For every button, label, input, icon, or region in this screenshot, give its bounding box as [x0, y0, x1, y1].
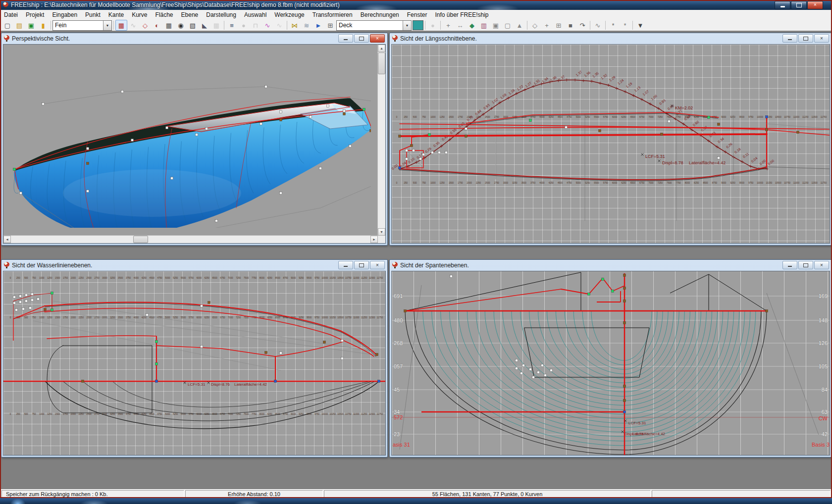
menu-item-kurve[interactable]: Kurve — [128, 10, 151, 19]
open-file-icon[interactable]: ▤ — [13, 20, 25, 31]
viewport-restore-icon[interactable] — [354, 34, 369, 43]
svg-text:7500: 7500 — [667, 182, 672, 184]
marker-pen-icon[interactable]: ▼ — [634, 20, 646, 31]
unlock-all-points-icon[interactable]: ▲ — [514, 20, 525, 31]
svg-text:7250: 7250 — [236, 316, 241, 319]
viewport-minimize-icon[interactable] — [782, 261, 797, 269]
curvature-curves-icon[interactable]: ∿ — [273, 20, 285, 31]
menu-item-ebene[interactable]: Ebene — [177, 10, 203, 19]
vertical-scrollbar[interactable]: ▲▼ — [377, 45, 385, 236]
svg-text:250: 250 — [16, 413, 20, 415]
window-maximize-icon[interactable] — [791, 1, 807, 9]
viewport-minimize-icon[interactable] — [782, 34, 797, 43]
gauss-curvature-icon[interactable]: ◐ — [151, 20, 163, 31]
menu-item-info-über-free-ship[interactable]: Info über FREE!ship — [431, 10, 492, 19]
control-points[interactable] — [399, 116, 799, 169]
viewport-close-icon[interactable]: × — [814, 261, 829, 269]
new-curve-icon[interactable]: ∿ — [592, 20, 604, 31]
viewport-restore-icon[interactable] — [354, 261, 369, 269]
chevron-down-icon[interactable]: ▼ — [403, 21, 411, 30]
menu-item-transformieren[interactable]: Transformieren — [309, 10, 357, 19]
buttocks-toggle-icon[interactable]: ≋ — [301, 20, 312, 31]
perspective-drawing — [3, 45, 371, 228]
viewport-minimize-icon[interactable] — [338, 34, 353, 43]
horizontal-scroll-thumb[interactable] — [133, 236, 148, 243]
insert-point-icon[interactable]: + — [541, 20, 553, 31]
unlock-points-icon[interactable]: ▢ — [502, 20, 514, 31]
horizontal-scrollbar[interactable]: ◄► — [3, 235, 378, 243]
window-close-icon[interactable]: × — [807, 1, 823, 9]
waterlines-canvas[interactable]: 0250500750100012501500175020002250250027… — [3, 271, 386, 455]
viewport-close-icon[interactable]: × — [370, 261, 385, 269]
both-sides-toggle-icon[interactable]: ▧ — [187, 20, 199, 31]
layer-properties-icon[interactable]: ● — [427, 20, 439, 31]
crease-edge-icon[interactable]: ■ — [565, 20, 576, 31]
diagonals-toggle-icon[interactable]: ⊞ — [324, 20, 336, 31]
window-titlebar[interactable]: FREE!ship : E:\Bautechniken für Modellbo… — [0, 0, 832, 10]
control-points[interactable] — [404, 274, 768, 413]
extrude-edge-icon[interactable]: ↷ — [576, 20, 588, 31]
layer-color-swatch[interactable] — [413, 20, 423, 30]
scroll-left-icon[interactable]: ◄ — [3, 236, 11, 243]
viewport-stations-titlebar[interactable]: Sicht der Spantenebenen. × — [390, 260, 831, 270]
new-file-icon[interactable]: ▢ — [1, 20, 13, 31]
collapse-edge-icon[interactable]: ◇ — [529, 20, 541, 31]
stations-canvas[interactable]: 691480268057453423169148126105846342572C… — [391, 271, 830, 455]
menu-item-kante[interactable]: Kante — [104, 10, 128, 19]
menu-item-fläche[interactable]: Fläche — [152, 10, 177, 19]
lock-points-icon[interactable]: ▣ — [490, 20, 502, 31]
intersect-layers-icon[interactable]: * — [607, 20, 619, 31]
perspective-canvas[interactable]: ▲▼◄► — [3, 44, 386, 244]
layer-select[interactable]: Deck▼ — [336, 20, 412, 31]
save-file-icon[interactable]: ▣ — [25, 20, 37, 31]
profile-canvas[interactable]: 0250500750100012501500175020002250250027… — [391, 44, 830, 244]
viewport-close-icon[interactable]: × — [370, 34, 385, 43]
scroll-down-icon[interactable]: ▼ — [378, 228, 385, 236]
flowlines-icon[interactable]: ∿ — [261, 20, 273, 31]
window-minimize-icon[interactable] — [775, 1, 790, 9]
stations-toggle-icon[interactable]: ⋈ — [289, 20, 301, 31]
precision-grid-icon[interactable]: ▦ — [115, 20, 127, 31]
viewport-minimize-icon[interactable] — [338, 261, 353, 269]
viewport-waterlines-titlebar[interactable]: Sicht der Wasserlinienebenen. × — [1, 260, 387, 270]
menu-item-auswahl[interactable]: Auswahl — [240, 10, 270, 19]
crane-tool-icon[interactable]: ⊓ — [250, 20, 261, 31]
menu-item-werkzeuge[interactable]: Werkzeuge — [270, 10, 308, 19]
chevron-down-icon[interactable]: ▼ — [103, 21, 111, 30]
vertical-scroll-thumb[interactable] — [378, 52, 385, 74]
viewport-perspective-titlebar[interactable]: Perspektivische Sicht. × — [1, 33, 387, 44]
control-net-toggle-icon[interactable]: ◉ — [175, 20, 187, 31]
curve-intersections-icon[interactable]: * — [619, 20, 631, 31]
scroll-right-icon[interactable]: ► — [370, 236, 378, 243]
align-points-icon[interactable]: ↔ — [454, 20, 466, 31]
viewport-restore-icon[interactable] — [798, 34, 813, 43]
precision-select[interactable]: Fein▼ — [52, 20, 112, 31]
zebra-shading-icon[interactable]: ∿ — [127, 20, 139, 31]
resistance-calc-icon[interactable]: ● — [238, 20, 250, 31]
developable-check-icon[interactable]: ◇ — [139, 20, 151, 31]
menu-item-eingaben[interactable]: Eingaben — [48, 10, 81, 19]
waterlines-toggle-icon[interactable]: ► — [312, 20, 324, 31]
viewport-restore-icon[interactable] — [798, 261, 813, 269]
move-point-icon[interactable]: + — [442, 20, 454, 31]
menu-item-punkt[interactable]: Punkt — [81, 10, 104, 19]
svg-text:0.04: 0.04 — [751, 156, 758, 163]
svg-text:7250: 7250 — [658, 182, 663, 184]
mirror-flip-icon[interactable]: ▥ — [478, 20, 490, 31]
project-point-icon[interactable]: ◆ — [466, 20, 478, 31]
menu-item-fenster[interactable]: Fenster — [403, 10, 431, 19]
menu-item-projekt[interactable]: Projekt — [22, 10, 48, 19]
viewport-close-icon[interactable]: × — [814, 34, 829, 43]
split-edge-icon[interactable]: ⊞ — [553, 20, 565, 31]
menu-item-datei[interactable]: Datei — [0, 10, 22, 19]
wireframe-grid-icon[interactable]: ▦ — [210, 20, 222, 31]
scroll-up-icon[interactable]: ▲ — [378, 45, 385, 52]
exit-door-icon[interactable]: ▮ — [37, 20, 49, 31]
menu-item-berechnungen[interactable]: Berechnungen — [357, 10, 403, 19]
viewport-profile-titlebar[interactable]: Sicht der Längsschnittebene. × — [390, 33, 831, 44]
menu-item-darstellung[interactable]: Darstellung — [202, 10, 240, 19]
interior-edges-icon[interactable]: ▦ — [163, 20, 175, 31]
svg-text:1.07: 1.07 — [642, 90, 649, 97]
shade-view-icon[interactable]: ◣ — [199, 20, 210, 31]
hydrostatics-calculator-icon[interactable]: ≡ — [226, 20, 238, 31]
